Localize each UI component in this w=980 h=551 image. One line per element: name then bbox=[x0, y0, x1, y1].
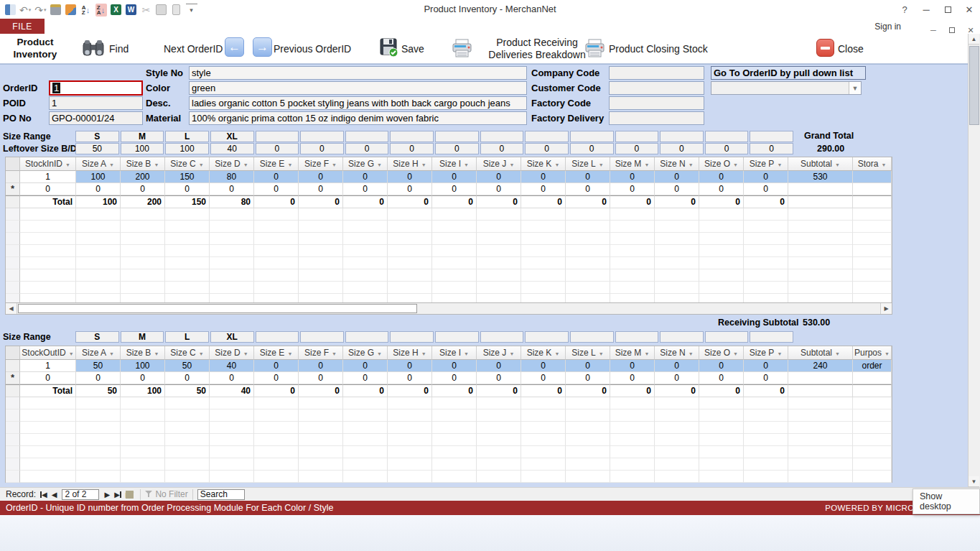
cell[interactable] bbox=[699, 446, 744, 458]
cell[interactable] bbox=[521, 446, 566, 458]
cell[interactable] bbox=[121, 422, 165, 434]
cell[interactable] bbox=[566, 409, 610, 422]
cell[interactable] bbox=[299, 434, 343, 446]
cell[interactable] bbox=[566, 245, 610, 257]
cell[interactable] bbox=[254, 282, 299, 294]
cell[interactable] bbox=[210, 245, 254, 257]
cell[interactable] bbox=[655, 422, 699, 434]
row-selector[interactable] bbox=[6, 471, 20, 483]
cell[interactable] bbox=[566, 458, 610, 471]
cell[interactable]: 0 bbox=[299, 372, 343, 384]
cell[interactable] bbox=[254, 221, 299, 233]
cell[interactable] bbox=[254, 409, 299, 422]
cell[interactable] bbox=[299, 208, 343, 221]
cell[interactable] bbox=[388, 233, 432, 245]
cell[interactable] bbox=[20, 245, 76, 257]
cell[interactable]: 0 bbox=[299, 360, 343, 372]
cell[interactable] bbox=[165, 458, 210, 471]
cell[interactable] bbox=[121, 458, 165, 471]
column-header[interactable]: Size O▼ bbox=[699, 346, 744, 360]
cell[interactable] bbox=[20, 471, 76, 483]
cell[interactable] bbox=[853, 282, 892, 294]
cell[interactable] bbox=[566, 282, 610, 294]
cell[interactable] bbox=[788, 269, 853, 282]
cell[interactable] bbox=[343, 233, 388, 245]
sort-dropdown-icon[interactable]: ▼ bbox=[332, 162, 337, 167]
cell[interactable] bbox=[299, 446, 343, 458]
cell[interactable] bbox=[853, 372, 892, 384]
cell[interactable]: 0 bbox=[521, 360, 566, 372]
cell[interactable] bbox=[121, 221, 165, 233]
cell[interactable] bbox=[343, 269, 388, 282]
cell[interactable] bbox=[254, 471, 299, 483]
cell[interactable] bbox=[521, 434, 566, 446]
cell[interactable] bbox=[853, 458, 892, 471]
cell[interactable]: 0 bbox=[343, 360, 388, 372]
cell[interactable] bbox=[76, 409, 121, 422]
cell[interactable] bbox=[744, 397, 788, 409]
row-selector[interactable] bbox=[6, 221, 20, 233]
size-box[interactable]: 50 bbox=[75, 143, 119, 154]
sort-dropdown-icon[interactable]: ▼ bbox=[332, 351, 337, 356]
cell[interactable] bbox=[788, 221, 853, 233]
cell[interactable] bbox=[788, 208, 853, 221]
sort-dropdown-icon[interactable]: ▼ bbox=[509, 162, 514, 167]
pono-input[interactable]: GPO-00001/24 bbox=[49, 111, 143, 125]
cell[interactable] bbox=[788, 233, 853, 245]
cell[interactable] bbox=[388, 434, 432, 446]
cell[interactable] bbox=[521, 208, 566, 221]
cell[interactable]: 0 bbox=[566, 360, 610, 372]
size-box[interactable] bbox=[300, 331, 344, 343]
cell[interactable] bbox=[699, 257, 744, 269]
cell[interactable] bbox=[299, 409, 343, 422]
cell[interactable] bbox=[20, 422, 76, 434]
company-code-input[interactable] bbox=[609, 66, 704, 80]
record-position-box[interactable]: 2 of 2 bbox=[62, 489, 99, 500]
size-box[interactable] bbox=[435, 331, 479, 343]
size-box[interactable] bbox=[570, 131, 614, 142]
scroll-left-icon[interactable]: ◀ bbox=[6, 303, 17, 314]
color-input[interactable]: green bbox=[189, 81, 527, 95]
cell[interactable] bbox=[699, 233, 744, 245]
cell[interactable] bbox=[655, 397, 699, 409]
cell[interactable] bbox=[655, 458, 699, 471]
cell[interactable] bbox=[699, 422, 744, 434]
product-receiving-button[interactable]: Product Receiving Deliveries Breakdown bbox=[475, 37, 599, 61]
cell[interactable] bbox=[76, 245, 121, 257]
cell[interactable]: 0 bbox=[210, 183, 254, 195]
cell[interactable]: 0 bbox=[121, 183, 165, 195]
find-binoculars-icon[interactable] bbox=[82, 38, 105, 58]
cell[interactable] bbox=[432, 221, 477, 233]
sort-dropdown-icon[interactable]: ▼ bbox=[881, 162, 886, 167]
product-closing-stock-button[interactable]: Product Closing Stock bbox=[609, 43, 708, 55]
cell[interactable] bbox=[210, 446, 254, 458]
cell[interactable] bbox=[699, 208, 744, 221]
row-selector[interactable]: * bbox=[6, 183, 20, 195]
cell[interactable] bbox=[566, 257, 610, 269]
sort-dropdown-icon[interactable]: ▼ bbox=[154, 162, 159, 167]
column-header[interactable]: Size K▼ bbox=[521, 346, 566, 360]
cell[interactable]: 0 bbox=[655, 183, 699, 195]
last-record-icon[interactable]: ▶ bbox=[114, 491, 121, 499]
cell[interactable] bbox=[388, 397, 432, 409]
size-box[interactable]: L bbox=[165, 131, 209, 142]
cell[interactable]: 0 bbox=[20, 372, 76, 384]
sort-dropdown-icon[interactable]: ▼ bbox=[109, 351, 114, 356]
cell[interactable]: 0 bbox=[699, 360, 744, 372]
cell[interactable]: 0 bbox=[165, 372, 210, 384]
cell[interactable] bbox=[343, 282, 388, 294]
cell[interactable]: 0 bbox=[343, 171, 388, 183]
cell[interactable]: 0 bbox=[699, 171, 744, 183]
cell[interactable] bbox=[655, 282, 699, 294]
cell[interactable]: 0 bbox=[20, 183, 76, 195]
cell[interactable]: 0 bbox=[477, 360, 521, 372]
cell[interactable] bbox=[566, 434, 610, 446]
sort-dropdown-icon[interactable]: ▼ bbox=[644, 162, 649, 167]
size-box[interactable]: M bbox=[121, 331, 164, 343]
column-header[interactable]: Size B▼ bbox=[121, 157, 165, 171]
cell[interactable] bbox=[699, 409, 744, 422]
orderid-input[interactable]: 1 bbox=[49, 80, 143, 96]
row-selector[interactable] bbox=[6, 397, 20, 409]
cell[interactable] bbox=[165, 208, 210, 221]
previous-record-arrow-button[interactable]: ← bbox=[225, 37, 244, 57]
